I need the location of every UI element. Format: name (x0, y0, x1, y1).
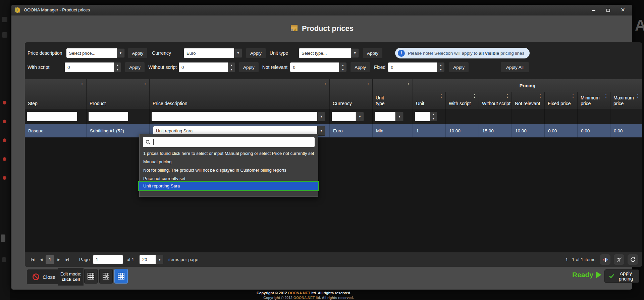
price-description-column-filter[interactable]: ▼ (152, 112, 325, 121)
apply-pricing-button[interactable]: Apply pricing (604, 269, 639, 283)
edit-mode-select-cell-button[interactable] (99, 269, 113, 284)
not-relevant-filter-input[interactable]: ▲ ▼ (290, 62, 346, 72)
column-header-currency[interactable]: ⋮ Currency (330, 79, 373, 109)
without-script-filter-input[interactable]: ▲ ▼ (179, 62, 235, 72)
dropdown-option[interactable]: Manual pricing (140, 158, 318, 166)
currency-column-filter[interactable]: ▼ (332, 112, 364, 121)
column-header-minimum-price[interactable]: ⋮ Minimum price (578, 92, 610, 109)
dropdown-option-selected[interactable]: Unit reporting Sara (138, 181, 319, 191)
apply-not-relevant-button[interactable]: Apply (351, 62, 370, 72)
spinner-up-icon[interactable]: ▲ (228, 62, 235, 67)
column-header-with-script[interactable]: ⋮ With script (446, 92, 479, 109)
column-menu-icon[interactable]: ⋮ (439, 94, 443, 98)
without-script-spinner[interactable]: ▲ ▼ (228, 62, 235, 72)
column-header-step[interactable]: ⋮ Step (25, 79, 87, 109)
cell-without-script[interactable]: 15.00 (479, 124, 512, 137)
dropdown-option[interactable]: Price not currently set (140, 174, 318, 180)
chevron-down-icon[interactable]: ▼ (317, 126, 325, 136)
column-header-without-script[interactable]: ⋮ Without script (479, 92, 512, 109)
maximize-button[interactable] (605, 7, 611, 13)
fixed-spinner[interactable]: ▲ ▼ (437, 62, 444, 72)
page-number-input[interactable] (93, 255, 123, 264)
refresh-button[interactable] (628, 254, 638, 265)
column-header-unit-type[interactable]: ⋮ Unit type (373, 79, 413, 109)
column-header-product[interactable]: ⋮ Product (87, 79, 150, 109)
apply-with-script-button[interactable]: Apply (125, 62, 145, 72)
chevron-down-icon[interactable]: ▼ (234, 48, 242, 58)
cell-with-script[interactable]: 10.00 (446, 124, 479, 137)
dropdown-option[interactable]: Not for billing. The product will not be… (140, 166, 318, 174)
items-per-page-value[interactable]: 20 (140, 255, 156, 264)
first-page-button[interactable]: ◀ (28, 255, 37, 264)
dropdown-search-input[interactable] (143, 137, 315, 147)
column-header-price-description[interactable]: ⋮ Price description (150, 79, 330, 109)
table-row[interactable]: Basque Subtitling #1 (52) Unit reporting… (25, 124, 642, 137)
column-menu-icon[interactable]: ⋮ (406, 81, 411, 85)
column-menu-icon[interactable]: ⋮ (604, 94, 608, 98)
cell-not-relevant[interactable]: 10.00 (512, 124, 545, 137)
apply-unit-type-button[interactable]: Apply (363, 48, 382, 58)
chevron-down-icon[interactable]: ▼ (356, 112, 364, 121)
chevron-down-icon[interactable]: ▼ (395, 112, 404, 121)
apply-price-description-button[interactable]: Apply (128, 48, 148, 58)
spinner-up-icon[interactable]: ▲ (114, 62, 121, 67)
currency-filter-select[interactable]: Euro ▼ (184, 48, 242, 58)
minimize-button[interactable] (590, 7, 596, 13)
unit-type-column-filter[interactable]: ▼ (375, 112, 404, 121)
last-page-button[interactable]: ▶ (63, 255, 72, 264)
column-menu-icon[interactable]: ⋮ (636, 94, 640, 98)
cell-unit[interactable]: 1 (413, 124, 446, 137)
unit-filter-spinner[interactable]: ▲ ▼ (430, 112, 437, 121)
fit-columns-button[interactable] (600, 254, 610, 265)
items-per-page-select[interactable]: 20 ▼ (140, 255, 164, 264)
edit-mode-click-cell-button[interactable] (114, 269, 128, 284)
column-menu-icon[interactable]: ⋮ (80, 81, 84, 85)
spinner-down-icon[interactable]: ▼ (228, 67, 235, 72)
previous-page-button[interactable]: ◀ (37, 255, 46, 264)
chevron-down-icon[interactable]: ▼ (117, 48, 125, 58)
unit-column-filter[interactable]: ▲ ▼ (415, 112, 437, 121)
fixed-value[interactable] (388, 62, 437, 72)
dropdown-option[interactable]: 1 prices found click here to select or i… (140, 149, 318, 158)
next-page-button[interactable]: ▶ (54, 255, 63, 264)
chevron-down-icon[interactable]: ▼ (156, 255, 164, 264)
column-header-maximum-price[interactable]: ⋮ Maximum price (610, 92, 642, 109)
column-header-fixed-price[interactable]: ⋮ Fixed price (545, 92, 578, 109)
cell-fixed-price[interactable]: 0.00 (545, 124, 578, 137)
spinner-down-icon[interactable]: ▼ (114, 67, 121, 72)
cell-unit-type[interactable]: Min (373, 124, 413, 137)
cell-minimum-price[interactable]: 0.00 (578, 124, 610, 137)
with-script-spinner[interactable]: ▲ ▼ (114, 62, 121, 72)
price-description-filter-select[interactable]: Select price... ▼ (66, 48, 125, 58)
column-menu-icon[interactable]: ⋮ (472, 94, 477, 98)
column-menu-icon[interactable]: ⋮ (538, 94, 542, 98)
column-menu-icon[interactable]: ⋮ (143, 81, 147, 85)
unit-type-filter-value[interactable]: Select type... (299, 48, 351, 58)
close-button[interactable]: Close (27, 269, 61, 284)
not-relevant-spinner[interactable]: ▲ ▼ (339, 62, 346, 72)
unit-filter-value[interactable] (415, 112, 430, 121)
spinner-down-icon[interactable]: ▼ (339, 67, 346, 72)
currency-filter-value[interactable]: Euro (184, 48, 234, 58)
with-script-value[interactable] (65, 62, 114, 72)
chevron-down-icon[interactable]: ▼ (351, 48, 359, 58)
with-script-filter-input[interactable]: ▲ ▼ (65, 62, 121, 72)
apply-without-script-button[interactable]: Apply (239, 62, 259, 72)
column-header-not-relevant[interactable]: ⋮ Not relevant (512, 92, 545, 109)
spinner-up-icon[interactable]: ▲ (437, 62, 444, 67)
step-column-filter-input[interactable] (27, 112, 77, 121)
column-menu-icon[interactable]: ⋮ (366, 81, 370, 85)
column-header-unit[interactable]: ⋮ Unit (413, 92, 446, 109)
column-menu-icon[interactable]: ⋮ (505, 94, 509, 98)
cell-maximum-price[interactable]: 0.00 (610, 124, 642, 137)
spinner-down-icon[interactable]: ▼ (437, 67, 444, 72)
column-menu-icon[interactable]: ⋮ (571, 94, 575, 98)
edit-mode-grid-button[interactable] (84, 269, 98, 284)
product-column-filter-input[interactable] (89, 112, 128, 121)
clear-filters-button[interactable] (614, 254, 624, 265)
fixed-filter-input[interactable]: ▲ ▼ (388, 62, 444, 72)
cell-currency[interactable]: Euro (330, 124, 373, 137)
close-window-button[interactable]: ✕ (620, 7, 626, 13)
apply-fixed-button[interactable]: Apply (449, 62, 469, 72)
unit-type-filter-select[interactable]: Select type... ▼ (299, 48, 359, 58)
